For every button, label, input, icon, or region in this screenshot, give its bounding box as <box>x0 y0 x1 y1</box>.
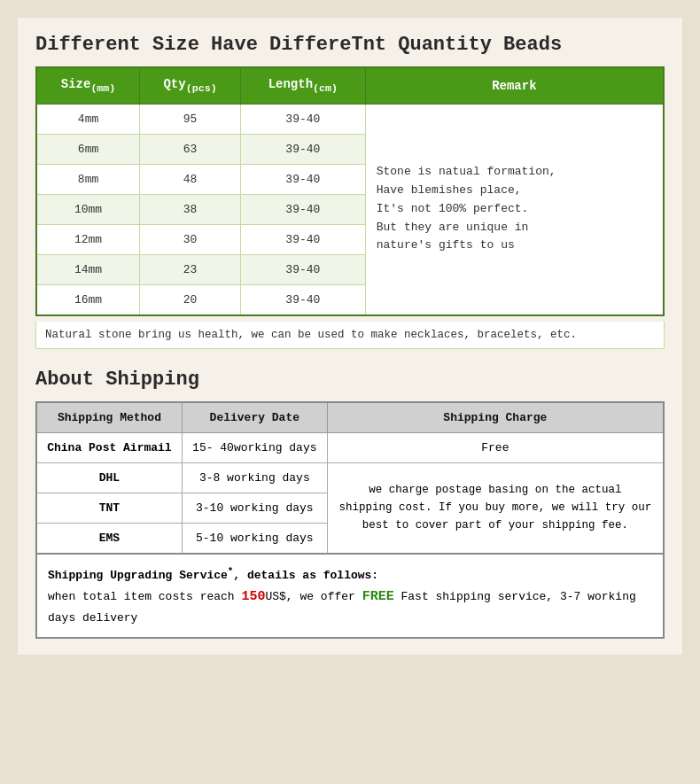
shipping-row-dhl: DHL 3-8 working days we charge postage b… <box>36 462 664 493</box>
upgrade-currency: US$ <box>265 590 285 603</box>
upgrade-body: when total item costs reach 150US$, we o… <box>48 586 652 628</box>
qty-cell: 63 <box>140 134 241 164</box>
size-cell: 12mm <box>36 224 140 254</box>
length-cell: 39-40 <box>241 104 366 134</box>
delivery-china-post: 15- 40working days <box>182 432 327 462</box>
qty-cell: 48 <box>140 164 241 194</box>
method-tnt: TNT <box>36 493 182 523</box>
size-cell: 8mm <box>36 164 140 194</box>
delivery-tnt: 3-10 working days <box>182 493 327 523</box>
method-china-post: China Post Airmail <box>36 432 182 462</box>
upgrade-amount: 150 <box>241 589 265 604</box>
col-header-remark: Remark <box>365 67 664 104</box>
shipping-col-method: Shipping Method <box>36 402 182 433</box>
charge-china-post: Free <box>327 432 664 462</box>
delivery-dhl: 3-8 working days <box>182 462 327 493</box>
length-cell: 39-40 <box>241 284 366 315</box>
method-ems: EMS <box>36 523 182 554</box>
col-header-size: Size(mm) <box>36 67 140 104</box>
size-cell: 16mm <box>36 284 140 315</box>
length-cell: 39-40 <box>241 254 366 284</box>
size-cell: 4mm <box>36 104 140 134</box>
remark-cell: Stone is natual formation, Have blemishe… <box>365 104 664 315</box>
footer-note: Natural stone bring us health, we can be… <box>35 322 665 349</box>
qty-cell: 30 <box>140 224 241 254</box>
page-container: Different Size Have DiffereTnt Quantity … <box>18 18 682 655</box>
beads-table: Size(mm) Qty(pcs) Length(cm) Remark 4mm … <box>35 66 665 316</box>
size-cell: 14mm <box>36 254 140 284</box>
length-cell: 39-40 <box>241 134 366 164</box>
upgrade-title: Shipping Upgrading Service*, details as … <box>48 563 652 586</box>
qty-cell: 95 <box>140 104 241 134</box>
delivery-ems: 5-10 working days <box>182 523 327 554</box>
section1-title: Different Size Have DiffereTnt Quantity … <box>35 34 665 56</box>
shipping-row-china-post: China Post Airmail 15- 40working days Fr… <box>36 432 664 462</box>
length-cell: 39-40 <box>241 164 366 194</box>
section2-title: About Shipping <box>35 369 665 391</box>
upgrade-box: Shipping Upgrading Service*, details as … <box>35 555 665 639</box>
qty-cell: 23 <box>140 254 241 284</box>
shipping-col-charge: Shipping Charge <box>327 402 664 433</box>
shipping-table: Shipping Method Delivery Date Shipping C… <box>35 401 665 555</box>
qty-cell: 20 <box>140 284 241 315</box>
charge-shared: we charge postage basing on the actual s… <box>327 462 664 554</box>
upgrade-free-label: FREE <box>362 589 394 604</box>
method-dhl: DHL <box>36 462 182 493</box>
size-cell: 10mm <box>36 194 140 224</box>
shipping-col-delivery: Delivery Date <box>182 402 327 433</box>
size-cell: 6mm <box>36 134 140 164</box>
length-cell: 39-40 <box>241 224 366 254</box>
length-cell: 39-40 <box>241 194 366 224</box>
qty-cell: 38 <box>140 194 241 224</box>
col-header-length: Length(cm) <box>241 67 366 104</box>
table-row: 4mm 95 39-40 Stone is natual formation, … <box>36 104 664 134</box>
col-header-qty: Qty(pcs) <box>140 67 241 104</box>
